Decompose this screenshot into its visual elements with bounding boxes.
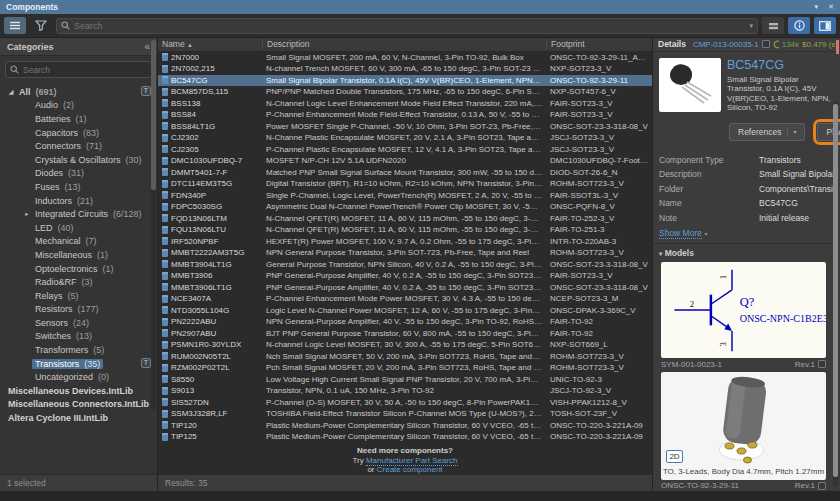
details-scrollbar[interactable] [833, 102, 838, 487]
grid-options-button[interactable] [762, 17, 784, 34]
sidebar-item-led[interactable]: LED (40) [0, 221, 157, 235]
chevron-right-icon[interactable]: ▸ [22, 210, 32, 218]
table-row-2n7000[interactable]: 2N7000Small Signal MOSFET, 200 mA, 60 V,… [158, 52, 652, 64]
symbol-checkbox[interactable] [818, 360, 826, 368]
table-row-rzm002p02t2l[interactable]: RZM002P02T2LPch Small Signal MOSFET, 20 … [158, 362, 652, 374]
sidebar-item-diodes[interactable]: Diodes (31) [0, 167, 157, 181]
table-row-mmbt2222am3t5g[interactable]: MMBT2222AM3T5GNPN General Purpose Transi… [158, 247, 652, 259]
table-row-bss138[interactable]: BSS138N-Channel Logic Level Enhancement … [158, 98, 652, 110]
sidebar-item-transformers[interactable]: Transformers (5) [0, 343, 157, 357]
search-dropdown-icon[interactable]: ▾ [749, 22, 753, 30]
component-icon [162, 65, 168, 73]
header-checkbox[interactable] [762, 40, 770, 48]
component-id-link[interactable]: CMP-013-00035-1 [693, 40, 759, 49]
transistor-filter-badge[interactable]: T [141, 86, 151, 96]
table-row-ntd3055l104g[interactable]: NTD3055L104GLogic Level N-Channel Power … [158, 305, 652, 317]
table-row-irf520npbf[interactable]: IRF520NPBFHEXFET(R) Power MOSFET, 100 V,… [158, 236, 652, 248]
search-input[interactable] [74, 21, 745, 31]
table-row-mmbt3906[interactable]: MMBT3906PNP General-Purpose Amplifier, 4… [158, 270, 652, 282]
table-row-cj2302[interactable]: CJ2302N-Channe Plastic Encapsulate MOSFE… [158, 132, 652, 144]
sidebar-item-transistors[interactable]: Transistors (35)T [0, 357, 157, 371]
show-more-link[interactable]: Show More [659, 228, 702, 239]
sidebar-item-batteries[interactable]: Batteries (1) [0, 112, 157, 126]
sidebar-item-miscellaneous[interactable]: Miscellaneous (1) [0, 248, 157, 262]
symbol-revision: Rev.1 [795, 360, 815, 369]
footprint-id: ONSC-TO-92-3-29-11 [661, 481, 739, 490]
close-icon[interactable]: ✕ [828, 3, 834, 11]
sidebar-item-connectors[interactable]: Connectors (71) [0, 139, 157, 153]
sidebar-item-sensors[interactable]: Sensors (24) [0, 316, 157, 330]
category-search-input[interactable] [23, 65, 147, 75]
table-row-bss84[interactable]: BSS84P-Channel Enhancement Mode Field-Ef… [158, 109, 652, 121]
sidebar-item-uncategorized[interactable]: Uncategorized (0) [0, 370, 157, 384]
main-search[interactable]: ▾ [56, 18, 758, 34]
sidebar-item-switches[interactable]: Switches (13) [0, 330, 157, 344]
table-row-ssm3j328r,lf[interactable]: SSM3J328R,LFTOSHIBA Field-Effect Transis… [158, 408, 652, 420]
table-row-s9013[interactable]: S9013Transistor, NPN, 0.1 uA, 150 MHz, 3… [158, 385, 652, 397]
library-item-altera-cyclone-iii-intlib[interactable]: Altera Cyclone III.IntLib [0, 411, 157, 425]
column-header-name[interactable]: Name ▲ [158, 39, 262, 49]
table-row-rum002n05t2l[interactable]: RUM002N05T2LNch Small Signal MOSFET, 50 … [158, 351, 652, 363]
table-row-tip125[interactable]: TIP125Plastic Medium-Power Complementary… [158, 431, 652, 443]
sidebar-item-resistors[interactable]: Resistors (177) [0, 303, 157, 317]
column-header-footprint[interactable]: Footprint [546, 39, 652, 49]
manufacturer-part-search-link[interactable]: Manufacturer Part Search [366, 456, 458, 466]
footprint-3d-card[interactable]: 2D TO, 3-Leads, Body Dia 4.7mm, Pitch 1.… [661, 372, 826, 480]
table-row-nce3407a[interactable]: NCE3407AP-Channel Enhancement Mode Power… [158, 293, 652, 305]
table-row-mmbt3904lt1g[interactable]: MMBT3904LT1GGeneral Purpose Transistor, … [158, 259, 652, 271]
table-row-2n7002,215[interactable]: 2N7002,215N-channel Trench MOSFET, 60 V,… [158, 63, 652, 75]
sidebar-item-optoelectronics[interactable]: Optoelectronics (1) [0, 262, 157, 276]
library-item-miscellaneous-devices-intlib[interactable]: Miscellaneous Devices.IntLib [0, 384, 157, 398]
component-icon [162, 375, 168, 383]
sidebar-item-relays[interactable]: Relays (5) [0, 289, 157, 303]
models-section-header[interactable]: ▾ Models [653, 243, 840, 260]
table-row-dmmt5401-7-f[interactable]: DMMT5401-7-FMatched PNP Small Signal Sur… [158, 167, 652, 179]
collapse-panel-icon[interactable]: « [144, 41, 150, 52]
references-dropdown-icon[interactable]: ▾ [787, 128, 796, 135]
table-row-pn2222abu[interactable]: PN2222ABUNPN General-Purpose Amplifier, … [158, 316, 652, 328]
table-row-dtc114em3t5g[interactable]: DTC114EM3T5GDigital Transistor (BRT), R1… [158, 178, 652, 190]
rows-icon [768, 22, 779, 30]
sidebar-item-all[interactable]: ◢All (691)T [0, 85, 157, 99]
sidebar-item-crystals-oscillators[interactable]: Crystals & Oscillators (30) [0, 153, 157, 167]
table-row-cj2305[interactable]: CJ2305P-Channel Plastic Encapsulate MOSF… [158, 144, 652, 156]
details-panel-toggle-button[interactable] [814, 17, 836, 34]
category-search[interactable] [5, 61, 152, 78]
table-row-fqd13n06ltm[interactable]: FQD13N06LTMN-Channel QFET(R) MOSFET, 11 … [158, 213, 652, 225]
table-row-fdpc5030sg[interactable]: FDPC5030SGAsymmetric Dual N-Channel Powe… [158, 201, 652, 213]
table-row-fqu13n06ltu[interactable]: FQU13N06LTUN-Channel QFET(R) MOSFET, 11 … [158, 224, 652, 236]
table-row-tip120[interactable]: TIP120Plastic Medium-Power Complementary… [158, 420, 652, 432]
footprint-checkbox[interactable] [818, 482, 826, 490]
references-button[interactable]: References ▾ [729, 123, 805, 141]
table-row-bc547cg[interactable]: BC547CGSmall Signal Bipolar Transistor, … [158, 75, 652, 87]
info-toggle-button[interactable] [788, 17, 810, 34]
table-row-bcm857ds,115[interactable]: BCM857DS,115PNP/PNP Matched Double Trans… [158, 86, 652, 98]
transistor-filter-badge[interactable]: T [141, 358, 151, 368]
table-row-fdn340p[interactable]: FDN340PSingle P-Channel, Logic Level, Po… [158, 190, 652, 202]
sidebar-item-inductors[interactable]: Inductors (21) [0, 194, 157, 208]
sidebar-item-fuses[interactable]: Fuses (13) [0, 180, 157, 194]
sidebar-item-integrated-circuits[interactable]: ▸Integrated Circuits (6/128) [0, 207, 157, 221]
scrollbar-thumb[interactable] [833, 104, 838, 477]
library-item-miscellaneous-connectors-intlib[interactable]: Miscellaneous Connectors.IntLib [0, 398, 157, 412]
list-view-button[interactable] [4, 17, 26, 34]
table-row-s8550[interactable]: S8550Low Voltage High Current Small Sign… [158, 374, 652, 386]
filter-button[interactable] [30, 17, 52, 34]
view-2d-button[interactable]: 2D [666, 450, 683, 463]
sidebar-item-audio[interactable]: Audio (2) [0, 99, 157, 113]
schematic-symbol-card[interactable]: 1 2 3 Q? ONSC-NPN-C1B2E3-3 [661, 262, 826, 358]
panel-menu-icon[interactable]: ▾ [815, 3, 819, 11]
table-row-sis527dn[interactable]: SIS527DNP-Channel (D-S) MOSFET, 30 V, 50… [158, 397, 652, 409]
table-row-bss84lt1g[interactable]: BSS84LT1GPower MOSFET Single P-Channel, … [158, 121, 652, 133]
sidebar-item-mechanical[interactable]: Mechanical (7) [0, 235, 157, 249]
table-row-mmbt3906lt1g[interactable]: MMBT3906LT1GPNP General-Purpose Amplifie… [158, 282, 652, 294]
scrollbar-thumb[interactable] [151, 40, 156, 190]
sidebar-scrollbar[interactable] [151, 40, 156, 410]
table-row-pn2907abu[interactable]: PN2907ABUBJT PNP General Purpose Transis… [158, 328, 652, 340]
sidebar-item-radio-rf[interactable]: Radio&RF (3) [0, 275, 157, 289]
sidebar-item-capacitors[interactable]: Capacitors (83) [0, 126, 157, 140]
table-row-psmn1r0-30yldx[interactable]: PSMN1R0-30YLDXN-channel Logic Level MOSF… [158, 339, 652, 351]
tree-expanded-icon[interactable]: ◢ [6, 88, 16, 96]
table-row-dmc1030ufdbq-7[interactable]: DMC1030UFDBQ-7MOSFET N/P-CH 12V 5.1A UDF… [158, 155, 652, 167]
column-header-description[interactable]: Description [262, 39, 546, 49]
